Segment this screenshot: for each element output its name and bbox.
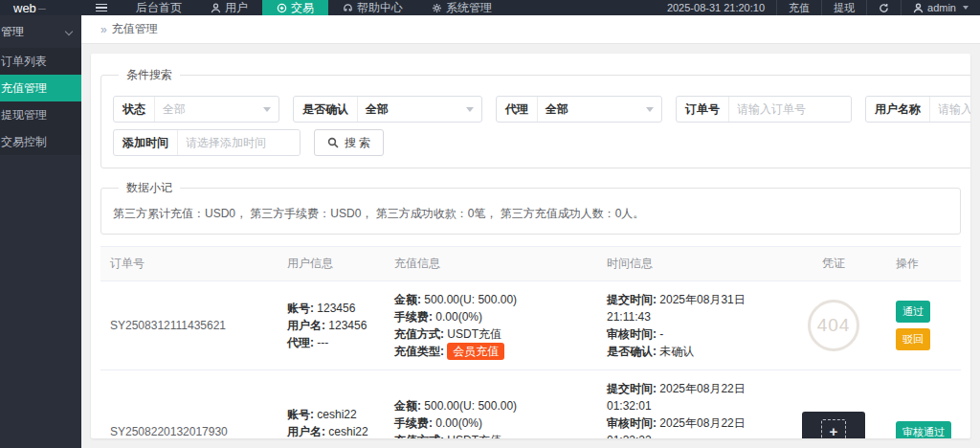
col-user-info: 用户信息	[278, 247, 385, 280]
nav-item-label: 帮助中心	[357, 0, 403, 15]
user-info-cell: 账号: 123456 用户名: 123456 代理: ---	[278, 290, 385, 361]
hamburger-icon	[96, 2, 107, 14]
summary-fieldset: 数据小记 第三方累计充值：USD0， 第三方手续费：USD0， 第三方成功收款：…	[100, 180, 961, 235]
sidebar-group-label: 管理	[1, 24, 24, 40]
sidebar-item-order-list[interactable]: 订单列表	[0, 48, 81, 75]
top-nav: 后台首页 用户 交易 帮助中心 系统管理	[81, 0, 506, 15]
table-row: SY2508220132017930 账号: ceshi22 用户名: cesh…	[100, 370, 961, 438]
time-info-cell: 提交时间: 2025年08月31日 21:11:43 审核时间: - 是否确认:…	[597, 281, 781, 370]
sidebar-item-recharge-management[interactable]: 充值管理	[0, 75, 81, 101]
order-no: SY2508220132017930	[100, 414, 278, 438]
top-header: web— 后台首页 用户 交易 帮助中心 系统管理 2025-08-31 21:…	[0, 0, 980, 15]
agent-select-group: 代理 全部	[496, 96, 662, 123]
header-recharge-link[interactable]: 充值	[776, 0, 821, 15]
search-icon	[327, 137, 339, 148]
search-button[interactable]: 搜 索	[314, 129, 384, 156]
person-icon	[913, 3, 924, 13]
summary-legend: 数据小记	[119, 180, 180, 196]
actions-cell: 通过 驳回	[886, 291, 961, 360]
add-time-input[interactable]	[177, 130, 300, 155]
agent-select[interactable]: 全部	[537, 97, 661, 122]
chevron-down-icon	[963, 6, 969, 10]
nav-item-label: 交易	[291, 0, 314, 15]
reject-button[interactable]: 驳回	[896, 328, 930, 350]
nav-item-label: 后台首页	[136, 0, 182, 15]
app-logo-text: web	[13, 1, 36, 15]
voucher-image-thumbnail[interactable]: +	[802, 412, 865, 438]
actions-cell: 审核通过	[886, 412, 961, 439]
member-recharge-badge: 会员充值	[447, 343, 504, 360]
gear-icon	[432, 3, 442, 13]
trade-icon	[277, 3, 287, 13]
card: 条件搜索 状态 全部 是否确认 全部	[91, 54, 970, 438]
user-name-input[interactable]	[929, 97, 970, 122]
nav-item-trade[interactable]: 交易	[262, 0, 328, 15]
plus-icon: +	[821, 419, 846, 438]
sidebar-item-trade-control[interactable]: 交易控制	[0, 128, 81, 155]
refresh-icon	[879, 3, 889, 13]
recharge-info-cell: 金额: 500.00(U: 500.00) 手续费: 0.00(0%) 充值方式…	[385, 388, 597, 438]
col-actions: 操作	[886, 247, 961, 280]
voucher-cell: 404	[781, 290, 886, 361]
content: 条件搜索 状态 全部 是否确认 全部	[81, 44, 980, 448]
sidebar: 管理 订单列表 充值管理 提现管理 交易控制	[0, 15, 81, 448]
help-icon	[343, 3, 353, 13]
table-row: SY2508312111435621 账号: 123456 用户名: 12345…	[100, 281, 961, 370]
recharge-info-cell: 金额: 500.00(U: 500.00) 手续费: 0.00(0%) 充值方式…	[385, 281, 597, 370]
audit-passed-button[interactable]: 审核通过	[896, 421, 951, 439]
user-menu[interactable]: admin	[901, 0, 980, 15]
main-area: » 充值管理 条件搜索 状态 全部 是否确认	[81, 15, 980, 448]
breadcrumb: » 充值管理	[81, 15, 980, 44]
nav-item-users[interactable]: 用户	[196, 0, 262, 15]
header-datetime: 2025-08-31 21:20:10	[656, 0, 776, 15]
nav-item-system[interactable]: 系统管理	[417, 0, 506, 15]
page-title: 充值管理	[112, 21, 158, 37]
chevron-down-icon	[65, 28, 73, 35]
confirm-select[interactable]: 全部	[357, 97, 481, 122]
approve-button[interactable]: 通过	[896, 301, 930, 323]
col-order-no: 订单号	[100, 247, 278, 280]
refresh-button[interactable]	[866, 0, 901, 15]
search-row-1: 状态 全部 是否确认 全部 代理	[113, 96, 970, 123]
chevron-down-icon	[466, 107, 474, 112]
sidebar-group-trade-management[interactable]: 管理	[0, 15, 81, 48]
search-legend: 条件搜索	[119, 67, 180, 83]
status-select[interactable]: 全部	[154, 97, 278, 122]
nav-item-dashboard[interactable]: 后台首页	[122, 0, 196, 15]
sidebar-item-withdraw-management[interactable]: 提现管理	[0, 101, 81, 128]
nav-collapse-toggle[interactable]	[81, 0, 122, 15]
user-icon	[211, 3, 221, 13]
chevron-down-icon	[263, 107, 271, 112]
col-voucher: 凭证	[781, 247, 886, 280]
app-logo: web—	[0, 0, 81, 15]
header-withdraw-link[interactable]: 提现	[821, 0, 866, 15]
time-info-cell: 提交时间: 2025年08月22日 01:32:01 审核时间: 2025年08…	[597, 370, 781, 438]
table-header: 订单号 用户信息 充值信息 时间信息 凭证 操作	[100, 246, 961, 281]
add-time-group: 添加时间	[113, 129, 301, 156]
voucher-404-placeholder: 404	[808, 300, 859, 351]
col-recharge-info: 充值信息	[385, 247, 597, 280]
breadcrumb-arrow: »	[100, 23, 107, 36]
nav-item-label: 系统管理	[446, 0, 492, 15]
user-info-cell: 账号: ceshi22 用户名: ceshi22 代理: ---	[278, 396, 385, 438]
confirm-select-group: 是否确认 全部	[293, 96, 482, 123]
search-fieldset: 条件搜索 状态 全部 是否确认 全部	[100, 67, 970, 168]
order-no: SY2508312111435621	[100, 307, 278, 344]
summary-text: 第三方累计充值：USD0， 第三方手续费：USD0， 第三方成功收款：0笔， 第…	[113, 202, 948, 222]
confirm-status: 未确认	[659, 345, 694, 358]
search-row-2: 添加时间 搜 索	[113, 129, 970, 156]
nav-item-help[interactable]: 帮助中心	[328, 0, 417, 15]
status-select-group: 状态 全部	[113, 96, 279, 123]
nav-item-label: 用户	[225, 0, 248, 15]
user-name-group: 用户名称	[865, 96, 970, 123]
chevron-down-icon	[646, 107, 654, 112]
username: admin	[927, 2, 956, 13]
order-no-group: 订单号	[676, 96, 852, 123]
sidebar-items: 订单列表 充值管理 提现管理 交易控制	[0, 48, 81, 155]
col-time-info: 时间信息	[597, 247, 781, 280]
header-right: 2025-08-31 21:20:10 充值 提现 admin	[656, 0, 980, 15]
order-no-input[interactable]	[728, 97, 851, 122]
voucher-cell: +	[781, 402, 886, 438]
